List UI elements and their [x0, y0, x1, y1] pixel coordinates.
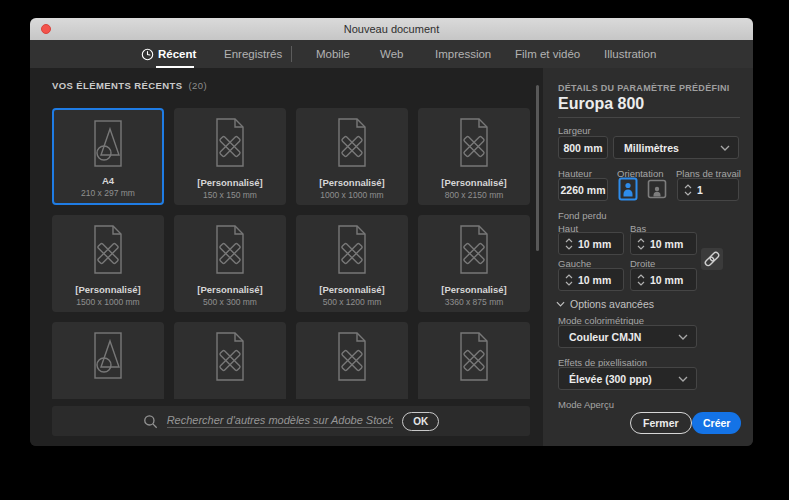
landscape-icon	[647, 177, 667, 201]
unit-dropdown[interactable]: Millimètres	[613, 136, 739, 159]
tile-row3-custom-1[interactable]	[174, 322, 286, 399]
height-input[interactable]: 2260 mm	[558, 178, 608, 201]
preset-name-field[interactable]: Europa 800	[558, 95, 644, 113]
title-bar: Nouveau document	[30, 18, 753, 41]
new-document-dialog: Nouveau document Récent Enregistrés Mobi…	[30, 18, 753, 446]
document-custom-icon	[88, 224, 128, 276]
search-icon	[143, 414, 158, 429]
tile-name: [Personnalisé]	[174, 284, 286, 295]
window-title: Nouveau document	[30, 18, 753, 40]
tile-name: [Personnalisé]	[174, 177, 286, 188]
tile-size: 150 x 150 mm	[174, 190, 286, 200]
tab-film-video[interactable]: Film et vidéo	[515, 40, 580, 68]
tile-custom-3360x875[interactable]: [Personnalisé] 3360 x 875 mm	[418, 215, 530, 312]
link-bleed-values-button[interactable]	[701, 248, 723, 270]
close-dialog-button[interactable]: Fermer	[630, 412, 692, 434]
orientation-buttons	[617, 177, 668, 201]
clock-icon	[141, 48, 154, 61]
preset-details-panel: DÉTAILS DU PARAMÈTRE PRÉDÉFINI Europa 80…	[543, 68, 753, 446]
chevron-down-icon	[556, 301, 565, 307]
bleed-right-input[interactable]: 10 mm	[630, 268, 697, 291]
tile-name: [Personnalisé]	[418, 284, 530, 295]
tab-web[interactable]: Web	[380, 40, 403, 68]
tab-saved[interactable]: Enregistrés	[224, 40, 282, 68]
bleed-left-input[interactable]: 10 mm	[558, 268, 624, 291]
stepper-arrows-icon[interactable]	[565, 238, 573, 250]
scrollbar-thumb[interactable]	[536, 85, 539, 251]
tile-size: 1500 x 1000 mm	[52, 297, 164, 307]
stepper-arrows-icon[interactable]	[637, 274, 645, 286]
adobe-stock-search-bar[interactable]: Rechercher d'autres modèles sur Adobe St…	[52, 406, 530, 436]
width-label: Largeur	[558, 125, 591, 136]
tile-row3-shapes[interactable]	[52, 322, 164, 399]
document-custom-icon	[454, 331, 494, 383]
search-placeholder[interactable]: Rechercher d'autres modèles sur Adobe St…	[167, 414, 394, 428]
stepper-arrows-icon[interactable]	[684, 184, 692, 196]
document-custom-icon	[454, 224, 494, 276]
document-custom-icon	[210, 331, 250, 383]
tile-custom-500x300[interactable]: [Personnalisé] 500 x 300 mm	[174, 215, 286, 312]
stepper-arrows-icon[interactable]	[565, 274, 573, 286]
tab-divider	[291, 46, 292, 62]
tile-name: [Personnalisé]	[52, 284, 164, 295]
tab-recent[interactable]: Récent	[158, 40, 196, 68]
tile-row3-custom-3[interactable]	[418, 322, 530, 399]
tile-size: 800 x 2150 mm	[418, 190, 530, 200]
tile-a4[interactable]: A4 210 x 297 mm	[52, 108, 164, 205]
preview-mode-label: Mode Aperçu	[558, 399, 614, 410]
tile-custom-150x150[interactable]: [Personnalisé] 150 x 150 mm	[174, 108, 286, 205]
tile-name: [Personnalisé]	[418, 177, 530, 188]
tile-size: 3360 x 875 mm	[418, 297, 530, 307]
document-custom-icon	[454, 117, 494, 169]
tile-size: 1000 x 1000 mm	[296, 190, 408, 200]
recents-header: VOS ÉLÉMENTS RÉCENTS(20)	[52, 80, 207, 91]
tile-name: [Personnalisé]	[296, 177, 408, 188]
bleed-bottom-input[interactable]: 10 mm	[630, 232, 697, 255]
tile-custom-1000x1000[interactable]: [Personnalisé] 1000 x 1000 mm	[296, 108, 408, 205]
artboards-stepper[interactable]: 1	[677, 178, 739, 201]
document-shapes-icon	[88, 331, 128, 383]
width-input[interactable]: 800 mm	[558, 136, 608, 159]
tile-custom-500x1200[interactable]: [Personnalisé] 500 x 1200 mm	[296, 215, 408, 312]
document-custom-icon	[332, 117, 372, 169]
tile-row3-custom-2[interactable]	[296, 322, 408, 399]
recent-documents-grid: A4 210 x 297 mm [Personnalisé] 150 x 150…	[52, 108, 530, 399]
tab-print[interactable]: Impression	[435, 40, 491, 68]
chevron-down-icon	[678, 376, 688, 382]
document-shapes-icon	[88, 119, 128, 171]
raster-effects-dropdown[interactable]: Élevée (300 ppp)	[558, 367, 697, 390]
bleed-top-input[interactable]: 10 mm	[558, 232, 624, 255]
orientation-portrait-button[interactable]	[617, 177, 639, 201]
chain-link-icon	[703, 250, 721, 268]
document-custom-icon	[332, 224, 372, 276]
orientation-landscape-button[interactable]	[646, 177, 668, 201]
tile-size: 210 x 297 mm	[54, 188, 162, 198]
tile-custom-1500x1000[interactable]: [Personnalisé] 1500 x 1000 mm	[52, 215, 164, 312]
document-custom-icon	[210, 224, 250, 276]
recents-title: VOS ÉLÉMENTS RÉCENTS	[52, 80, 182, 91]
document-custom-icon	[332, 331, 372, 383]
portrait-icon	[618, 177, 638, 201]
preset-details-header: DÉTAILS DU PARAMÈTRE PRÉDÉFINI	[558, 83, 730, 93]
chevron-down-icon	[678, 334, 688, 340]
tile-size: 500 x 300 mm	[174, 297, 286, 307]
tab-bar: Récent Enregistrés Mobile Web Impression…	[30, 40, 753, 68]
bleed-label: Fond perdu	[558, 210, 607, 221]
tab-illustration[interactable]: Illustration	[604, 40, 656, 68]
advanced-options-toggle[interactable]: Options avancées	[556, 298, 654, 310]
tile-name: A4	[54, 175, 162, 186]
ok-button[interactable]: OK	[402, 412, 439, 431]
tile-name: [Personnalisé]	[296, 284, 408, 295]
tile-custom-800x2150[interactable]: [Personnalisé] 800 x 2150 mm	[418, 108, 530, 205]
document-custom-icon	[210, 117, 250, 169]
recents-count: (20)	[188, 80, 207, 91]
stepper-arrows-icon[interactable]	[637, 238, 645, 250]
tile-size: 500 x 1200 mm	[296, 297, 408, 307]
recent-documents-panel: VOS ÉLÉMENTS RÉCENTS(20) A4 210 x 297 mm…	[30, 68, 543, 446]
color-mode-dropdown[interactable]: Couleur CMJN	[558, 325, 697, 348]
divider	[558, 117, 740, 118]
tab-mobile[interactable]: Mobile	[316, 40, 350, 68]
create-button[interactable]: Créer	[692, 412, 741, 434]
chevron-down-icon	[720, 145, 730, 151]
